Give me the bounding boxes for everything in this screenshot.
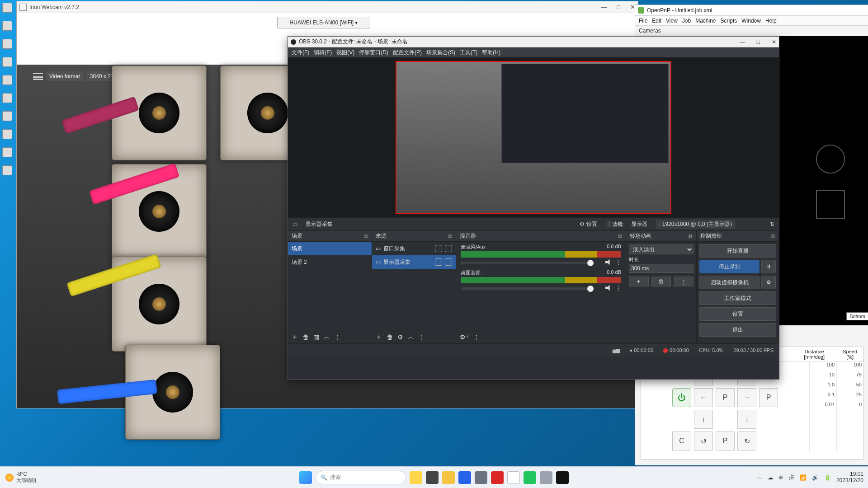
obs-menubar[interactable]: 文件(F) 编辑(E) 视图(V) 停靠窗口(D) 配置文件(P) 场景集合(S…	[288, 47, 779, 57]
pause-record-button[interactable]: ⏸	[761, 260, 776, 273]
menu-edit[interactable]: Edit	[652, 18, 661, 24]
minimize-button[interactable]: —	[601, 4, 607, 10]
jog-y-down[interactable]: ↓	[694, 410, 713, 429]
mixer-settings-button[interactable]: ⚙⁺	[460, 333, 469, 341]
desk-icon[interactable]	[2, 129, 12, 139]
menu-edit[interactable]: 编辑(E)	[314, 49, 332, 56]
jog-z-down[interactable]: ↓	[737, 410, 756, 429]
menu-profile[interactable]: 配置文件(P)	[393, 49, 422, 56]
channel-more[interactable]: ⋮	[615, 285, 621, 291]
power-button[interactable]: ⏻	[672, 388, 691, 407]
transition-select[interactable]: 淡入淡出	[629, 244, 693, 254]
tray-chevron[interactable]: ︿	[757, 474, 762, 481]
desk-icon[interactable]	[2, 39, 12, 49]
taskbar-app[interactable]	[458, 471, 471, 484]
mute-button[interactable]	[605, 284, 613, 291]
jog-x-right[interactable]: →	[737, 388, 756, 407]
menu-view[interactable]: 视图(V)	[336, 49, 354, 56]
taskbar-app[interactable]	[507, 471, 520, 484]
jog-ccw[interactable]: ↺	[694, 432, 713, 450]
menu-file[interactable]: File	[639, 18, 647, 24]
trans-remove-button[interactable]: 🗑	[651, 277, 671, 286]
source-item[interactable]: ▭窗口采集	[372, 242, 456, 255]
source-up-button[interactable]: ︿	[408, 333, 414, 341]
scene-item[interactable]: 场景 2	[288, 255, 372, 269]
remove-scene-button[interactable]: 🗑	[302, 333, 309, 341]
trans-more-button[interactable]: ⋮	[674, 277, 693, 286]
undock-icon[interactable]: ⧉	[689, 233, 693, 239]
distance-slider[interactable]: 100 10 1.0 0.1 0.01	[809, 362, 836, 452]
desk-icon[interactable]	[2, 165, 12, 175]
menu-scenes[interactable]: 场景集合(S)	[426, 49, 455, 56]
visibility-toggle[interactable]	[435, 258, 442, 266]
obs-preview[interactable]	[288, 57, 779, 217]
display-value[interactable]: : 868x488 @ 0,0 (主显示器)	[656, 220, 736, 229]
menu-window[interactable]: Window	[741, 18, 761, 24]
visibility-toggle[interactable]	[435, 245, 442, 252]
preview-source-outline[interactable]	[396, 61, 671, 214]
menu-scripts[interactable]: Scripts	[721, 18, 737, 24]
jog-cw[interactable]: ↻	[737, 432, 756, 450]
add-scene-button[interactable]: ＋	[292, 333, 298, 341]
menu-tools[interactable]: 工具(T)	[460, 49, 477, 56]
volume-slider[interactable]	[461, 262, 594, 264]
close-button[interactable]: ✕	[772, 39, 776, 45]
stepper-icon[interactable]: ⇅	[770, 221, 774, 227]
remove-source-button[interactable]: 🗑	[387, 333, 393, 341]
tray-icon[interactable]: ☁	[768, 474, 773, 481]
taskbar-app[interactable]	[442, 471, 455, 484]
iriun-titlebar[interactable]: Iriun Webcam v2.7.2 — □ ✕	[17, 1, 638, 13]
desk-icon[interactable]	[2, 75, 12, 85]
undock-icon[interactable]: ⧉	[618, 233, 622, 239]
source-props-button[interactable]: ⚙	[397, 333, 403, 341]
source-more-button[interactable]: ⋮	[419, 333, 425, 341]
source-item[interactable]: ▭显示器采集	[372, 255, 456, 269]
tray-icon[interactable]: ⚙	[778, 474, 783, 481]
add-source-button[interactable]: ＋	[376, 333, 382, 341]
tray-volume-icon[interactable]: 🔊	[812, 474, 819, 481]
undock-icon[interactable]: ⧉	[364, 233, 368, 239]
jog-park[interactable]: P	[716, 388, 735, 407]
volume-slider[interactable]	[461, 287, 594, 290]
virtual-cam-button[interactable]: 启动虚拟摄像机	[699, 276, 760, 289]
menu-machine[interactable]: Machine	[695, 18, 716, 24]
virtual-cam-settings[interactable]: ⚙	[761, 276, 776, 289]
taskbar[interactable]: -8°C 大部晴朗 🔍 搜索 ︿ ☁ ⚙ 拼 📶	[0, 466, 868, 488]
desk-icon[interactable]	[2, 93, 12, 103]
desk-icon[interactable]	[2, 111, 12, 121]
tray-battery-icon[interactable]: 🔋	[824, 474, 831, 481]
desk-icon[interactable]	[2, 57, 12, 67]
scene-up-button[interactable]: ︿	[324, 333, 330, 341]
jog-z-park[interactable]: P	[759, 388, 778, 407]
mute-button[interactable]	[605, 258, 613, 266]
duration-input[interactable]	[629, 264, 693, 273]
desk-icon[interactable]	[2, 3, 12, 13]
studio-mode-button[interactable]: 工作室模式	[699, 291, 776, 305]
hamburger-icon[interactable]	[33, 73, 43, 80]
taskbar-app[interactable]	[524, 471, 536, 484]
start-stream-button[interactable]: 开始直播	[699, 244, 776, 258]
desk-icon[interactable]	[2, 147, 12, 157]
scene-item[interactable]: 场景	[288, 242, 372, 255]
obs-titlebar[interactable]: OBS 30.0.2 - 配置文件: 未命名 - 场景: 未命名 — □ ✕	[288, 37, 779, 47]
exit-button[interactable]: 退出	[699, 323, 776, 337]
lock-toggle[interactable]	[445, 258, 452, 266]
menu-view[interactable]: View	[666, 18, 678, 24]
openpnp-menubar[interactable]: File Edit View Job Machine Scripts Windo…	[635, 16, 868, 26]
jog-x-left[interactable]: ←	[694, 388, 713, 407]
filters-button[interactable]: 滤镜	[612, 221, 623, 227]
tray-wifi-icon[interactable]: 📶	[800, 474, 807, 481]
maximize-button[interactable]: □	[617, 4, 620, 10]
minimize-button[interactable]: —	[740, 39, 745, 45]
taskbar-app[interactable]	[475, 471, 487, 484]
stop-record-button[interactable]: 停止录制	[699, 260, 760, 273]
speed-slider[interactable]: 100 75 50 25 0	[836, 362, 863, 452]
taskbar-search[interactable]: 🔍 搜索	[316, 471, 406, 484]
channel-more[interactable]: ⋮	[615, 259, 621, 266]
taskbar-clock[interactable]: 19:01 2023/12/20	[836, 471, 863, 484]
jog-c-park[interactable]: P	[716, 432, 735, 450]
mixer-more-button[interactable]: ⋮	[473, 333, 480, 341]
settings-button[interactable]: 设置	[699, 307, 776, 321]
device-select[interactable]: HUAWEI ELS-AN00 [WiFi] ▾	[277, 17, 370, 28]
maximize-button[interactable]: □	[757, 39, 760, 45]
